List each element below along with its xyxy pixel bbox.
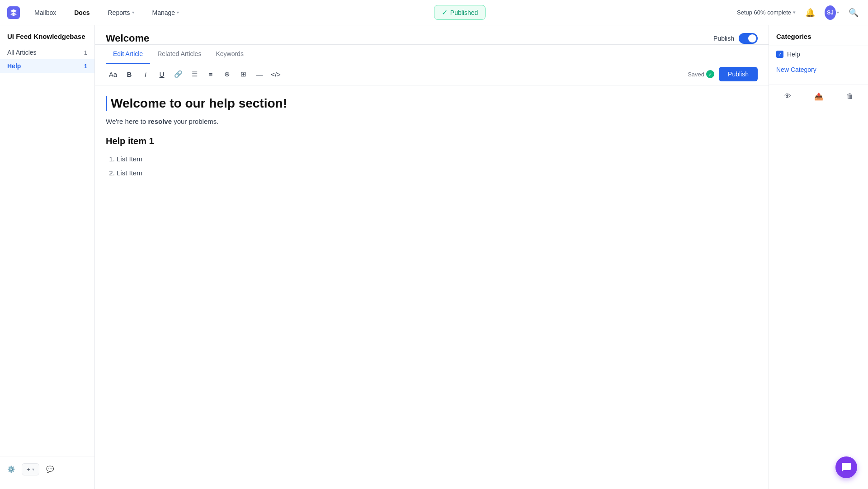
saved-label: Saved (688, 71, 704, 78)
toolbar-right: Saved ✓ Publish (688, 67, 758, 81)
toolbar-bold[interactable]: B (122, 67, 137, 81)
list-item: List Item (117, 153, 513, 165)
sidebar: UI Feed Knowledgebase All Articles 1 Hel… (0, 25, 95, 489)
sidebar-title: UI Feed Knowledgebase (0, 33, 94, 46)
manage-chevron-icon: ▾ (177, 10, 179, 15)
saved-check-icon: ✓ (706, 70, 714, 78)
search-icon[interactable]: 🔍 (846, 5, 861, 20)
editor-area[interactable]: Welcome to our help section! We're here … (95, 85, 769, 489)
toolbar-italic[interactable]: i (138, 67, 153, 81)
delete-button[interactable]: 🗑 (835, 88, 864, 104)
toolbar-text-size[interactable]: Aa (106, 67, 120, 81)
top-navigation: Mailbox Docs Reports ▾ Manage ▾ ✓ Publis… (0, 0, 868, 25)
content-subheading: Help item 1 (106, 136, 513, 146)
account-icon[interactable]: SJ ▾ (825, 5, 839, 20)
chat-support-button[interactable] (835, 456, 857, 478)
main-content: Welcome Publish Edit Article Related Art… (95, 25, 769, 489)
nav-right: Setup 60% complete ▾ 🔔 SJ ▾ 🔍 (737, 5, 861, 20)
categories-header: Categories (769, 25, 868, 46)
content-heading: Welcome to our help section! (106, 96, 513, 111)
sidebar-bottom: ⚙️ + ▾ 💬 (0, 456, 94, 482)
nav-manage[interactable]: Manage ▾ (149, 7, 183, 18)
avatar[interactable]: SJ (825, 5, 836, 20)
tab-related-articles[interactable]: Related Articles (150, 45, 208, 64)
settings-btn[interactable]: ⚙️ (4, 462, 18, 476)
panel-actions: 👁 📤 🗑 (769, 84, 868, 108)
list-item: List Item (117, 167, 513, 179)
logo[interactable] (7, 6, 20, 19)
sidebar-item-all-articles[interactable]: All Articles 1 (0, 46, 94, 59)
publish-toggle-area: Publish (713, 33, 758, 44)
toolbar-list[interactable]: ☰ (187, 67, 202, 81)
setup-chevron-icon: ▾ (793, 9, 796, 15)
toolbar-link[interactable]: 🔗 (171, 67, 185, 81)
tab-edit-article[interactable]: Edit Article (106, 45, 150, 64)
article-header: Welcome Publish (95, 25, 769, 45)
publish-label: Publish (713, 35, 734, 42)
new-category-link[interactable]: New Category (769, 62, 868, 77)
add-btn[interactable]: + ▾ (22, 463, 39, 475)
toolbar-divider[interactable]: — (252, 67, 267, 81)
check-icon: ✓ (442, 8, 448, 17)
nav-docs[interactable]: Docs (71, 7, 93, 18)
toolbar-code[interactable]: </> (269, 67, 283, 81)
right-panel: Categories ✓ Help New Category 👁 📤 🗑 (769, 25, 868, 489)
nav-mailbox[interactable]: Mailbox (31, 7, 60, 18)
notifications-icon[interactable]: 🔔 (803, 5, 817, 20)
toolbar-media[interactable]: ⊕ (220, 67, 234, 81)
add-chevron-icon: ▾ (32, 467, 34, 472)
article-title: Welcome (106, 33, 149, 44)
main-layout: UI Feed Knowledgebase All Articles 1 Hel… (0, 25, 868, 489)
tab-keywords[interactable]: Keywords (208, 45, 250, 64)
saved-status: Saved ✓ (688, 70, 714, 78)
toolbar-align[interactable]: ≡ (203, 67, 218, 81)
published-badge: ✓ Published (434, 5, 486, 20)
toolbar-table[interactable]: ⊞ (236, 67, 250, 81)
reports-chevron-icon: ▾ (132, 10, 134, 15)
content-paragraph: We're here to resolve your problems. (106, 116, 513, 127)
preview-button[interactable]: 👁 (773, 88, 802, 104)
toggle-knob (748, 34, 756, 42)
setup-progress[interactable]: Setup 60% complete ▾ (737, 9, 796, 16)
publish-button[interactable]: Publish (719, 67, 758, 81)
editor-content: Welcome to our help section! We're here … (106, 96, 513, 179)
content-list: List Item List Item (106, 153, 513, 179)
article-tabs: Edit Article Related Articles Keywords (95, 45, 769, 63)
category-checkbox: ✓ (776, 51, 783, 58)
category-help[interactable]: ✓ Help (769, 46, 868, 62)
nav-center: ✓ Published (193, 5, 726, 20)
comment-btn[interactable]: 💬 (43, 462, 57, 476)
toolbar-underline[interactable]: U (155, 67, 169, 81)
publish-toggle[interactable] (739, 33, 758, 44)
sidebar-item-help[interactable]: Help 1 (0, 59, 94, 73)
editor-toolbar: Aa B i U 🔗 ☰ ≡ ⊕ ⊞ — </> Saved ✓ Publish (95, 63, 769, 85)
export-button[interactable]: 📤 (804, 88, 833, 104)
nav-reports[interactable]: Reports ▾ (104, 7, 137, 18)
